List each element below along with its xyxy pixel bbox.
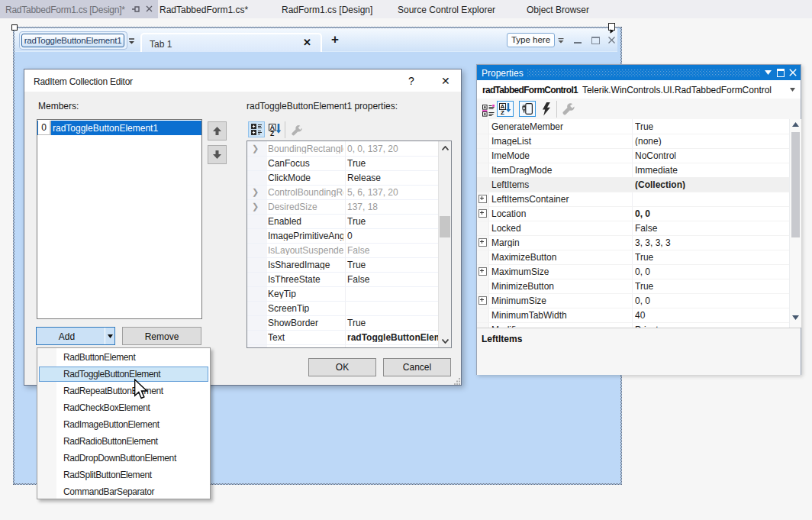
svg-text:Z: Z	[501, 109, 504, 115]
svg-text:Z: Z	[270, 130, 274, 136]
